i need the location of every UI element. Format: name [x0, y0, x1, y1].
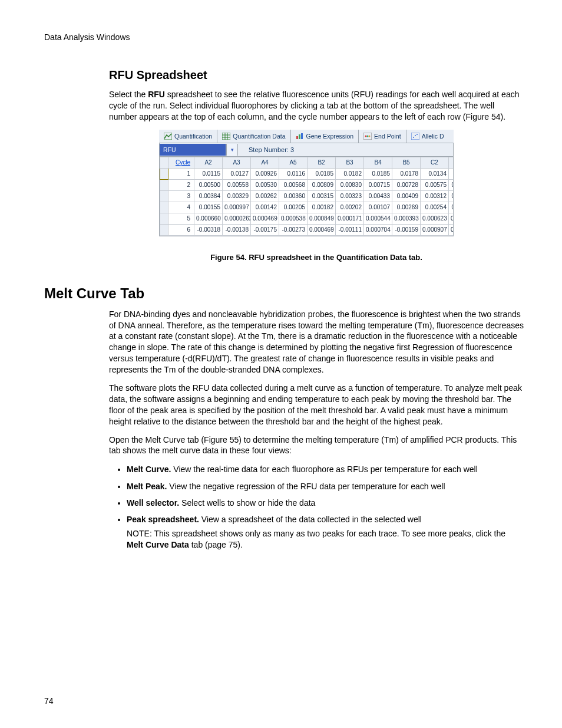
data-cell: 0.00926: [251, 168, 279, 179]
running-head: Data Analysis Windows: [44, 32, 524, 42]
column-header[interactable]: A3: [223, 157, 251, 168]
svg-point-12: [369, 135, 371, 137]
data-cell: 0.00568: [279, 179, 308, 190]
heading-rfu-spreadsheet: RFU Spreadsheet: [109, 68, 524, 82]
table-row[interactable]: 6-0.00318-0.00138-0.00175-0.002730.00046…: [160, 224, 454, 235]
data-cell: 0.00142: [251, 202, 279, 213]
data-cell: 0.000907: [421, 224, 449, 235]
data-cell: 0.00312: [421, 190, 449, 202]
step-number-label: Step Number: 3: [238, 146, 294, 153]
table-row[interactable]: 50.0006600.00002620.0004690.0005380.0008…: [160, 213, 454, 224]
data-cell: 0: [449, 202, 454, 213]
table-row[interactable]: 40.001550.0009970.001420.002050.001820.0…: [160, 202, 454, 213]
data-cell: 0.00558: [223, 179, 251, 190]
data-cell: 0.0134: [421, 168, 449, 179]
column-header[interactable]: A4: [251, 157, 279, 168]
column-header[interactable]: B5: [392, 157, 421, 168]
data-cell: 0.00155: [194, 202, 223, 213]
rfu-dropdown[interactable]: RFU: [160, 144, 226, 156]
data-cell: 0.000704: [364, 224, 392, 235]
body-column-2: For DNA-binding dyes and noncleavable hy…: [109, 309, 524, 551]
data-cell: 0.00830: [336, 179, 364, 190]
cycle-cell: 1: [168, 168, 194, 179]
data-cell: 0.00500: [194, 179, 223, 190]
bullet-bold: Peak spreadsheet.: [127, 515, 199, 524]
note-text: tab (page 75).: [189, 540, 243, 549]
data-cell: 0.00182: [308, 202, 336, 213]
data-cell: 0.00433: [364, 190, 392, 202]
data-cell: 0.00107: [364, 202, 392, 213]
tab-label: Quantification Data: [233, 133, 285, 140]
data-cell: [449, 168, 454, 179]
svg-rect-1: [222, 133, 230, 140]
data-cell: 0.00575: [421, 179, 449, 190]
data-cell: 0.00315: [308, 190, 336, 202]
data-cell: -0.00159: [392, 224, 421, 235]
bullet-bold: Melt Peak.: [127, 482, 167, 491]
svg-point-14: [413, 137, 414, 138]
table-row[interactable]: 30.003840.003290.002620.003600.003150.00…: [160, 190, 454, 202]
row-handle[interactable]: [160, 202, 168, 213]
tab-label: Allelic D: [422, 133, 444, 140]
cycle-cell: 4: [168, 202, 194, 213]
data-cell: 0.00715: [364, 179, 392, 190]
bullet-text: View a spreadsheet of the data collected…: [199, 515, 422, 524]
data-cell: 0.0: [449, 224, 454, 235]
row-handle[interactable]: [160, 168, 168, 179]
column-header[interactable]: [449, 157, 454, 168]
data-cell: 0.000660: [194, 213, 223, 224]
sub-toolbar: RFU ▾ Step Number: 3: [159, 143, 454, 157]
tab-gene-expression[interactable]: Gene Expression: [291, 130, 359, 143]
tab-quantification[interactable]: Quantification: [159, 130, 217, 143]
row-handle[interactable]: [160, 179, 168, 190]
figure-54: Quantification Quantification Data Gene …: [159, 130, 454, 236]
data-cell: 0.00254: [421, 202, 449, 213]
column-header[interactable]: B3: [336, 157, 364, 168]
column-header-cycle[interactable]: Cycle: [168, 157, 194, 168]
tab-end-point[interactable]: End Point: [359, 130, 406, 143]
tab-quantification-data[interactable]: Quantification Data: [217, 130, 290, 143]
column-header[interactable]: C2: [421, 157, 449, 168]
paragraph-melt-2: The software plots the RFU data collecte…: [109, 383, 524, 427]
data-cell: -0.00273: [279, 224, 308, 235]
scatter-icon: [411, 133, 419, 140]
data-cell: -0.00318: [194, 224, 223, 235]
paragraph-melt-1: For DNA-binding dyes and noncleavable hy…: [109, 309, 524, 375]
data-cell: 0.000544: [364, 213, 392, 224]
svg-point-10: [365, 135, 367, 137]
data-cell: -0.00111: [336, 224, 364, 235]
paragraph-rfu-intro: Select the RFU spreadsheet to see the re…: [109, 89, 524, 123]
table-row[interactable]: 10.01150.01270.009260.01160.01850.01820.…: [160, 168, 454, 179]
text-span: spreadsheet to see the relative fluoresc…: [109, 90, 519, 121]
paragraph-melt-3: Open the Melt Curve tab (Figure 55) to d…: [109, 434, 524, 457]
chevron-down-icon[interactable]: ▾: [226, 144, 238, 156]
text-span: Select the: [109, 90, 148, 99]
data-cell: 0.00809: [308, 179, 336, 190]
data-cell: 0.0115: [194, 168, 223, 179]
tab-strip: Quantification Quantification Data Gene …: [159, 130, 454, 143]
column-header[interactable]: A5: [279, 157, 308, 168]
page-number: 74: [44, 696, 54, 706]
tab-allelic[interactable]: Allelic D: [406, 130, 449, 143]
bullet-list: Melt Curve. View the real-time data for …: [109, 463, 524, 551]
data-cell: 0.00360: [279, 190, 308, 202]
data-cell: 0.00329: [223, 190, 251, 202]
column-header[interactable]: A2: [194, 157, 223, 168]
table-row[interactable]: 20.005000.005580.005300.005680.008090.00…: [160, 179, 454, 190]
svg-rect-6: [296, 136, 298, 139]
data-cell: 0: [449, 179, 454, 190]
list-item: Melt Curve. View the real-time data for …: [127, 463, 524, 475]
tab-label: End Point: [374, 133, 401, 140]
row-handle[interactable]: [160, 213, 168, 224]
data-cell: 0.00728: [392, 179, 421, 190]
column-header[interactable]: B2: [308, 157, 336, 168]
row-handle[interactable]: [160, 224, 168, 235]
svg-rect-8: [301, 133, 303, 139]
data-cell: 0.000997: [223, 202, 251, 213]
cycle-cell: 2: [168, 179, 194, 190]
column-header[interactable]: B4: [364, 157, 392, 168]
spreadsheet: Cycle A2 A3 A4 A5 B2 B3 B4 B5 C2: [159, 157, 454, 236]
bullet-text: Select wells to show or hide the data: [179, 498, 315, 508]
document-page: Data Analysis Windows RFU Spreadsheet Se…: [0, 0, 562, 728]
row-handle[interactable]: [160, 190, 168, 202]
